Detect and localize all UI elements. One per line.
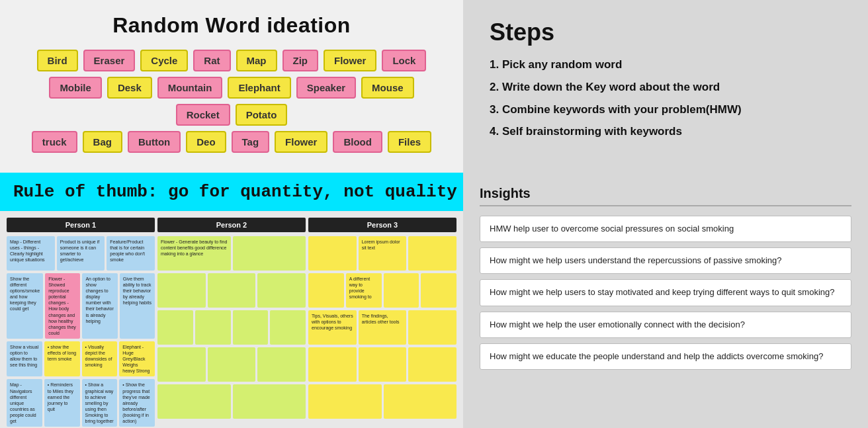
word-row-3: truckBagButtonDeoTagFlowerBloodFiles bbox=[20, 131, 443, 153]
word-tag[interactable]: Speaker bbox=[296, 77, 356, 99]
insights-list: HMW help user to overcome social pressur… bbox=[480, 216, 851, 370]
sticky-note bbox=[408, 236, 456, 271]
sticky-note bbox=[359, 347, 407, 382]
steps-list: 1. Pick any random word2. Write down the… bbox=[490, 57, 848, 140]
sticky-note bbox=[408, 347, 456, 382]
word-tag[interactable]: Cycle bbox=[140, 50, 188, 71]
sticky-note bbox=[308, 236, 357, 271]
sticky-notes-grid: Map - Different uses - things - Clearly … bbox=[7, 236, 456, 428]
word-tag[interactable]: Blood bbox=[333, 131, 382, 153]
sticky-note bbox=[157, 310, 193, 345]
sticky-note bbox=[233, 310, 269, 345]
word-tag[interactable]: Elephant bbox=[228, 77, 290, 99]
sticky-note bbox=[308, 384, 382, 419]
insight-card: How might we help users to stay motivate… bbox=[480, 279, 851, 306]
word-tag[interactable]: Potato bbox=[236, 104, 288, 126]
sticky-note bbox=[308, 273, 344, 308]
sticky-note bbox=[157, 273, 206, 308]
word-tag[interactable]: Map bbox=[236, 50, 277, 71]
sticky-note bbox=[233, 236, 306, 271]
word-tag[interactable]: Eraser bbox=[83, 50, 136, 71]
sticky-note bbox=[157, 347, 206, 382]
person-header: Person 2 bbox=[157, 218, 306, 232]
sticky-note bbox=[257, 273, 306, 308]
top-left-panel: Random Word ideation BirdEraserCycleRatM… bbox=[0, 0, 463, 173]
sticky-note bbox=[233, 384, 306, 419]
step-item: 2. Write down the Key word about the wor… bbox=[490, 79, 848, 95]
sticky-note: • Show a graphical way to achieve smelli… bbox=[82, 379, 118, 427]
insight-card: HMW help user to overcome social pressur… bbox=[480, 216, 851, 242]
sticky-note: An option to show changes to display num… bbox=[82, 273, 117, 339]
word-tag[interactable]: Lock bbox=[382, 50, 426, 71]
word-tag[interactable]: Mouse bbox=[361, 77, 414, 99]
person-3-column: Lorem ipsum dolor sit text A different w… bbox=[308, 236, 456, 428]
word-tag[interactable]: Rocket bbox=[176, 104, 230, 126]
sticky-note: Show the different options/smoke and how… bbox=[7, 273, 43, 339]
word-tag[interactable]: Bag bbox=[83, 131, 122, 153]
sticky-note: • Visually depict the downsides of smoki… bbox=[82, 341, 118, 376]
brainstorm-board: Person 1Person 2Person 3 Map - Different… bbox=[0, 218, 463, 428]
insight-card: How might we help the user emotionally c… bbox=[480, 312, 851, 338]
word-tag[interactable]: Mountain bbox=[157, 77, 223, 99]
word-tag[interactable]: Mobile bbox=[49, 77, 102, 99]
sticky-note: Give them ability to track their behavio… bbox=[120, 273, 155, 339]
step-item: 4. Self brainstorming with keywords bbox=[490, 124, 848, 140]
sticky-note: • Reminders to Miles they earned the jou… bbox=[44, 379, 80, 427]
sticky-note: A different way to provide smoking to bbox=[346, 273, 382, 308]
sticky-note: Elephant - Huge Grey/Black Weighs heavy … bbox=[119, 341, 155, 376]
sticky-note bbox=[384, 273, 419, 308]
word-tag[interactable]: Flower bbox=[275, 131, 327, 153]
steps-title: Steps bbox=[490, 19, 848, 46]
word-tag[interactable]: Desk bbox=[107, 77, 152, 99]
sticky-note: Feature/Product that is for certain peop… bbox=[107, 236, 155, 271]
sticky-note bbox=[157, 384, 231, 419]
sticky-note bbox=[308, 347, 357, 382]
insights-title: Insights bbox=[480, 186, 851, 206]
rule-text: Rule of thumb: go for quantity, not qual… bbox=[13, 182, 457, 202]
word-tag[interactable]: Files bbox=[388, 131, 431, 153]
person-header: Person 3 bbox=[308, 218, 456, 232]
sticky-note: Map - Navigators different unique countr… bbox=[7, 379, 42, 427]
word-row-2: MobileDeskMountainElephantSpeakerMouseRo… bbox=[20, 77, 443, 126]
sticky-note bbox=[257, 347, 306, 382]
step-item: 1. Pick any random word bbox=[490, 57, 848, 73]
word-tag[interactable]: truck bbox=[32, 131, 77, 153]
person-header: Person 1 bbox=[7, 218, 155, 232]
person-1-column: Map - Different uses - things - Clearly … bbox=[7, 236, 155, 428]
word-row-1: BirdEraserCycleRatMapZipFlowerLock bbox=[20, 50, 443, 71]
sticky-note bbox=[421, 273, 456, 308]
sticky-note: • show the effects of long term smoke bbox=[44, 341, 80, 376]
bottom-right-panel: Insights HMW help user to overcome socia… bbox=[463, 173, 868, 428]
sticky-note: Show a visual option to allow them to se… bbox=[7, 341, 42, 376]
word-tag[interactable]: Bird bbox=[37, 50, 78, 71]
sticky-note: • Show the progress that they've made al… bbox=[119, 379, 155, 427]
word-tags-container: BirdEraserCycleRatMapZipFlowerLock Mobil… bbox=[20, 50, 443, 153]
word-tag[interactable]: Button bbox=[128, 131, 181, 153]
word-tag[interactable]: Rat bbox=[193, 50, 230, 71]
sticky-note bbox=[208, 273, 256, 308]
bottom-left-panel: Rule of thumb: go for quantity, not qual… bbox=[0, 173, 463, 428]
sticky-note: Map - Different uses - things - Clearly … bbox=[7, 236, 55, 271]
sticky-note: Tips, Visuals, others with options to en… bbox=[308, 310, 357, 345]
sticky-note: Product is unique if someone is it can s… bbox=[57, 236, 105, 271]
sticky-note: Flower - Showed reproduce potential chan… bbox=[45, 273, 80, 339]
persons-header: Person 1Person 2Person 3 bbox=[7, 218, 456, 232]
sticky-note bbox=[384, 384, 457, 419]
rule-banner: Rule of thumb: go for quantity, not qual… bbox=[0, 173, 463, 211]
sticky-note: The findings, articles other tools bbox=[359, 310, 407, 345]
person-2-column: Flower - Generate beauty to find content… bbox=[157, 236, 306, 428]
sticky-note bbox=[195, 310, 231, 345]
word-tag[interactable]: Zip bbox=[282, 50, 319, 71]
word-tag[interactable]: Deo bbox=[186, 131, 226, 153]
sticky-note: Flower - Generate beauty to find content… bbox=[157, 236, 231, 271]
insight-card: How might we educate the people understa… bbox=[480, 343, 851, 370]
sticky-note: Lorem ipsum dolor sit text bbox=[359, 236, 407, 271]
step-item: 3. Combine keywords with your problem(HM… bbox=[490, 102, 848, 118]
page-title: Random Word ideation bbox=[20, 13, 443, 38]
insight-card: How might we help users understand the r… bbox=[480, 247, 851, 274]
word-tag[interactable]: Flower bbox=[324, 50, 376, 71]
main-container: Random Word ideation BirdEraserCycleRatM… bbox=[0, 0, 868, 428]
word-tag[interactable]: Tag bbox=[232, 131, 270, 153]
top-right-panel: Steps 1. Pick any random word2. Write do… bbox=[463, 0, 868, 173]
sticky-note bbox=[270, 310, 306, 345]
